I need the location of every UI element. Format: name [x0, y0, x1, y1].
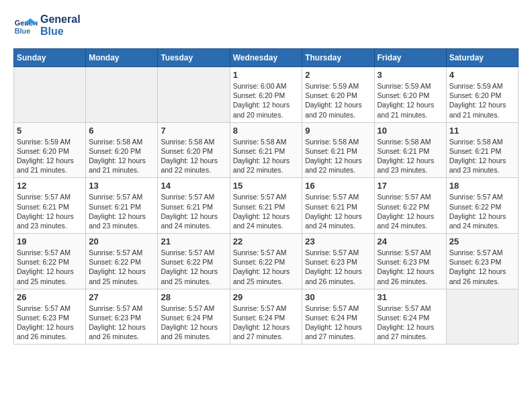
- day-info: Sunrise: 5:58 AMSunset: 6:21 PMDaylight:…: [305, 137, 371, 175]
- day-info: Sunrise: 5:58 AMSunset: 6:20 PMDaylight:…: [89, 137, 154, 175]
- day-info: Sunrise: 5:57 AMSunset: 6:24 PMDaylight:…: [378, 304, 443, 342]
- day-info: Sunrise: 5:59 AMSunset: 6:20 PMDaylight:…: [449, 81, 515, 120]
- weekday-header: Wednesday: [230, 49, 302, 67]
- calendar-cell: 17Sunrise: 5:57 AMSunset: 6:22 PMDayligh…: [374, 178, 446, 234]
- day-info: Sunrise: 5:58 AMSunset: 6:20 PMDaylight:…: [161, 137, 226, 175]
- day-info: Sunrise: 5:57 AMSunset: 6:23 PMDaylight:…: [305, 248, 371, 286]
- day-number: 15: [233, 181, 300, 191]
- day-info: Sunrise: 5:59 AMSunset: 6:20 PMDaylight:…: [378, 81, 443, 120]
- calendar-cell: 3Sunrise: 5:59 AMSunset: 6:20 PMDaylight…: [374, 67, 446, 123]
- calendar-cell: 22Sunrise: 5:57 AMSunset: 6:22 PMDayligh…: [230, 234, 302, 289]
- calendar-cell: 12Sunrise: 5:57 AMSunset: 6:21 PMDayligh…: [14, 178, 86, 234]
- day-info: Sunrise: 5:58 AMSunset: 6:21 PMDaylight:…: [233, 137, 300, 175]
- day-number: 30: [305, 292, 371, 302]
- day-number: 18: [449, 181, 515, 191]
- calendar-cell: 20Sunrise: 5:57 AMSunset: 6:22 PMDayligh…: [86, 234, 158, 289]
- calendar-week-row: 26Sunrise: 5:57 AMSunset: 6:23 PMDayligh…: [14, 289, 519, 345]
- calendar-cell: 1Sunrise: 6:00 AMSunset: 6:20 PMDaylight…: [230, 67, 302, 123]
- calendar-cell: 15Sunrise: 5:57 AMSunset: 6:21 PMDayligh…: [230, 178, 302, 234]
- calendar-cell: 11Sunrise: 5:58 AMSunset: 6:21 PMDayligh…: [446, 122, 518, 178]
- day-number: 29: [233, 292, 300, 302]
- calendar-cell: 18Sunrise: 5:57 AMSunset: 6:22 PMDayligh…: [446, 178, 518, 234]
- day-number: 19: [17, 236, 83, 246]
- weekday-header: Thursday: [302, 49, 374, 67]
- calendar-cell: 6Sunrise: 5:58 AMSunset: 6:20 PMDaylight…: [86, 122, 158, 178]
- calendar-cell: 25Sunrise: 5:57 AMSunset: 6:23 PMDayligh…: [446, 234, 518, 289]
- logo: General Blue General Blue: [13, 13, 81, 38]
- day-number: 27: [89, 292, 154, 302]
- day-info: Sunrise: 5:58 AMSunset: 6:21 PMDaylight:…: [449, 137, 515, 175]
- calendar-cell: [158, 67, 230, 123]
- calendar-cell: 9Sunrise: 5:58 AMSunset: 6:21 PMDaylight…: [302, 122, 374, 178]
- day-number: 13: [89, 181, 154, 191]
- calendar-cell: [86, 67, 158, 123]
- calendar-cell: 5Sunrise: 5:59 AMSunset: 6:20 PMDaylight…: [14, 122, 86, 178]
- calendar-cell: 10Sunrise: 5:58 AMSunset: 6:21 PMDayligh…: [374, 122, 446, 178]
- day-number: 25: [449, 236, 515, 246]
- calendar-cell: 23Sunrise: 5:57 AMSunset: 6:23 PMDayligh…: [302, 234, 374, 289]
- weekday-header: Friday: [374, 49, 446, 67]
- day-number: 14: [161, 181, 226, 191]
- day-info: Sunrise: 5:59 AMSunset: 6:20 PMDaylight:…: [305, 81, 371, 120]
- day-info: Sunrise: 5:57 AMSunset: 6:22 PMDaylight:…: [161, 248, 226, 286]
- day-number: 23: [305, 236, 371, 246]
- day-number: 6: [89, 126, 154, 136]
- day-number: 11: [449, 126, 515, 136]
- weekday-header: Tuesday: [158, 49, 230, 67]
- day-number: 21: [161, 236, 226, 246]
- calendar-cell: 13Sunrise: 5:57 AMSunset: 6:21 PMDayligh…: [86, 178, 158, 234]
- day-number: 7: [161, 126, 226, 136]
- calendar-cell: [446, 289, 518, 345]
- calendar-cell: 16Sunrise: 5:57 AMSunset: 6:21 PMDayligh…: [302, 178, 374, 234]
- day-info: Sunrise: 5:57 AMSunset: 6:23 PMDaylight:…: [378, 248, 443, 286]
- day-info: Sunrise: 5:57 AMSunset: 6:22 PMDaylight:…: [233, 248, 300, 286]
- day-number: 16: [305, 181, 371, 191]
- day-number: 17: [378, 181, 443, 191]
- day-number: 26: [17, 292, 83, 302]
- day-info: Sunrise: 5:57 AMSunset: 6:22 PMDaylight:…: [89, 248, 154, 286]
- calendar-cell: 21Sunrise: 5:57 AMSunset: 6:22 PMDayligh…: [158, 234, 230, 289]
- day-number: 8: [233, 126, 300, 136]
- calendar-cell: 29Sunrise: 5:57 AMSunset: 6:24 PMDayligh…: [230, 289, 302, 345]
- day-number: 10: [378, 126, 443, 136]
- day-number: 28: [161, 292, 226, 302]
- logo-general: General: [40, 13, 81, 26]
- calendar-cell: 8Sunrise: 5:58 AMSunset: 6:21 PMDaylight…: [230, 122, 302, 178]
- weekday-header: Monday: [86, 49, 158, 67]
- logo-icon: General Blue: [13, 13, 38, 38]
- day-info: Sunrise: 5:57 AMSunset: 6:24 PMDaylight:…: [161, 304, 226, 342]
- day-info: Sunrise: 5:57 AMSunset: 6:22 PMDaylight:…: [449, 192, 515, 230]
- calendar-cell: [14, 67, 86, 123]
- weekday-header: Saturday: [446, 49, 518, 67]
- calendar-cell: 4Sunrise: 5:59 AMSunset: 6:20 PMDaylight…: [446, 67, 518, 123]
- calendar-week-row: 19Sunrise: 5:57 AMSunset: 6:22 PMDayligh…: [14, 234, 519, 289]
- day-info: Sunrise: 5:57 AMSunset: 6:22 PMDaylight:…: [378, 192, 443, 230]
- calendar-cell: 19Sunrise: 5:57 AMSunset: 6:22 PMDayligh…: [14, 234, 86, 289]
- calendar-cell: 31Sunrise: 5:57 AMSunset: 6:24 PMDayligh…: [374, 289, 446, 345]
- day-info: Sunrise: 6:00 AMSunset: 6:20 PMDaylight:…: [233, 81, 300, 120]
- day-info: Sunrise: 5:57 AMSunset: 6:21 PMDaylight:…: [305, 192, 371, 230]
- calendar-header-row: SundayMondayTuesdayWednesdayThursdayFrid…: [14, 49, 519, 67]
- calendar-cell: 14Sunrise: 5:57 AMSunset: 6:21 PMDayligh…: [158, 178, 230, 234]
- calendar-cell: 26Sunrise: 5:57 AMSunset: 6:23 PMDayligh…: [14, 289, 86, 345]
- day-number: 20: [89, 236, 154, 246]
- day-number: 1: [233, 70, 300, 80]
- calendar-cell: 30Sunrise: 5:57 AMSunset: 6:24 PMDayligh…: [302, 289, 374, 345]
- day-info: Sunrise: 5:58 AMSunset: 6:21 PMDaylight:…: [378, 137, 443, 175]
- logo-blue: Blue: [40, 26, 81, 38]
- day-number: 2: [305, 70, 371, 80]
- day-info: Sunrise: 5:57 AMSunset: 6:22 PMDaylight:…: [17, 248, 83, 286]
- day-number: 24: [378, 236, 443, 246]
- calendar-week-row: 5Sunrise: 5:59 AMSunset: 6:20 PMDaylight…: [14, 122, 519, 178]
- calendar-cell: 28Sunrise: 5:57 AMSunset: 6:24 PMDayligh…: [158, 289, 230, 345]
- day-info: Sunrise: 5:57 AMSunset: 6:21 PMDaylight:…: [17, 192, 83, 230]
- day-number: 3: [378, 70, 443, 80]
- day-info: Sunrise: 5:57 AMSunset: 6:23 PMDaylight:…: [89, 304, 154, 342]
- svg-text:Blue: Blue: [15, 27, 30, 35]
- day-number: 31: [378, 292, 443, 302]
- day-info: Sunrise: 5:57 AMSunset: 6:24 PMDaylight:…: [233, 304, 300, 342]
- day-info: Sunrise: 5:57 AMSunset: 6:24 PMDaylight:…: [305, 304, 371, 342]
- day-info: Sunrise: 5:59 AMSunset: 6:20 PMDaylight:…: [17, 137, 83, 175]
- day-info: Sunrise: 5:57 AMSunset: 6:21 PMDaylight:…: [89, 192, 154, 230]
- calendar-cell: 2Sunrise: 5:59 AMSunset: 6:20 PMDaylight…: [302, 67, 374, 123]
